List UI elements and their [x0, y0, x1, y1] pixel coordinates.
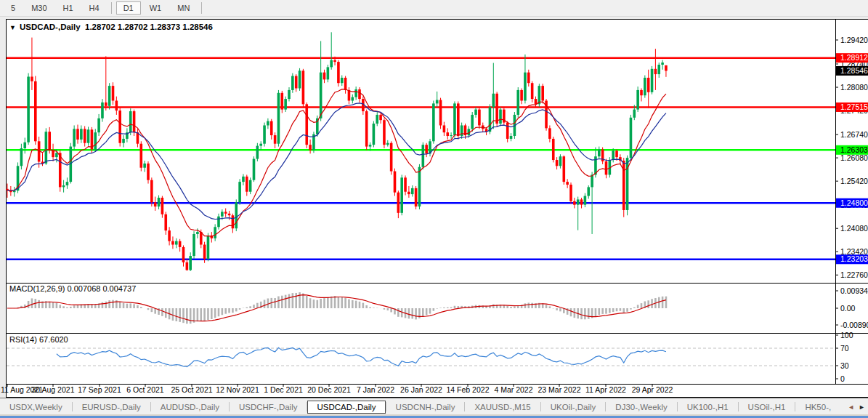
tab-scroll-left-icon[interactable]: ◄ [848, 403, 854, 411]
tab-scroll-arrows: ◄ ► [848, 403, 868, 411]
timeframe-m30[interactable]: M30 [24, 1, 54, 15]
svg-text:30: 30 [840, 361, 849, 370]
svg-text:6 Oct 2021: 6 Oct 2021 [126, 385, 164, 394]
macd-values: 0.007068 0.004737 [67, 284, 136, 293]
svg-text:70: 70 [840, 344, 849, 353]
price-badge: 1.27515 [836, 103, 868, 112]
timeframe-d1[interactable]: D1 [116, 1, 141, 15]
tab-xauusd-m15[interactable]: XAUUSD-,M15 [465, 401, 540, 414]
svg-text:0.00: 0.00 [840, 304, 856, 313]
timeframe-h4[interactable]: H4 [82, 1, 107, 15]
tab-uk100-h1[interactable]: UK100-,H1 [678, 401, 738, 414]
tab-hk50[interactable]: HK50-, [795, 401, 840, 414]
svg-text:20 Dec 2021: 20 Dec 2021 [307, 385, 351, 394]
tab-usdx-weekly[interactable]: USDX,Weekly [0, 401, 72, 414]
svg-text:1.28546: 1.28546 [840, 66, 868, 75]
chart-title: ▼USDCAD-,Daily 1.28702 1.28702 1.28373 1… [9, 23, 213, 31]
price-badge: 1.28912 [836, 53, 868, 63]
svg-text:1.28912: 1.28912 [840, 53, 868, 62]
chart-title-ohlc: 1.28702 1.28702 1.28373 1.28546 [85, 23, 213, 31]
chart-canvas[interactable]: 1.294201.287401.280801.274201.267401.260… [0, 0, 868, 418]
svg-text:30 Aug 2021: 30 Aug 2021 [32, 385, 75, 394]
price-badge: 1.24800 [836, 198, 868, 208]
timeframe-mn[interactable]: MN [170, 1, 197, 15]
tab-usdcnh-daily[interactable]: USDCNH-,Daily [386, 401, 465, 414]
svg-text:100: 100 [840, 331, 853, 339]
tab-usoil-h1[interactable]: USOil-,H1 [739, 401, 795, 414]
svg-text:1 Dec 2021: 1 Dec 2021 [264, 385, 303, 394]
svg-text:7 Jan 2022: 7 Jan 2022 [357, 385, 394, 394]
rsi-label: RSI(14) [9, 335, 37, 344]
svg-text:1.28080: 1.28080 [840, 83, 868, 92]
svg-text:23 Mar 2022: 23 Mar 2022 [538, 385, 581, 394]
tab-scroll-right-icon[interactable]: ► [859, 403, 865, 411]
chart-tabs-bar: USDX,WeeklyEURUSD-,DailyAUDUSD-,DailyUSD… [0, 398, 868, 415]
svg-text:1.25420: 1.25420 [840, 177, 868, 185]
svg-text:1.24080: 1.24080 [840, 224, 868, 233]
tab-usdcad-daily[interactable]: USDCAD-,Daily [307, 401, 385, 414]
chart-title-symbol: USDCAD-,Daily [20, 23, 81, 31]
svg-text:1.22760: 1.22760 [840, 270, 868, 279]
svg-text:1.29420: 1.29420 [840, 36, 868, 44]
svg-text:4 Mar 2022: 4 Mar 2022 [494, 385, 532, 394]
price-badge: 1.23203 [836, 254, 868, 264]
tab-audusd-daily[interactable]: AUDUSD-,Daily [151, 401, 229, 414]
tab-ukoil-daily[interactable]: UKOil-,Daily [541, 401, 606, 414]
svg-text:1.27515: 1.27515 [840, 103, 868, 111]
svg-text:26 Jan 2022: 26 Jan 2022 [400, 385, 442, 394]
tab-usdchf-daily[interactable]: USDCHF-,Daily [230, 401, 307, 414]
svg-text:1.26303: 1.26303 [840, 145, 868, 154]
svg-text:1.23203: 1.23203 [840, 254, 868, 263]
toolbar-separator [111, 2, 112, 14]
price-badge: 1.26303 [836, 145, 868, 155]
tab-dj30-weekly[interactable]: DJ30-,Weekly [606, 401, 676, 414]
svg-text:17 Sep 2021: 17 Sep 2021 [78, 385, 121, 394]
time-axis[interactable]: 11 Aug 202130 Aug 202117 Sep 20216 Oct 2… [1, 384, 673, 394]
svg-text:14 Feb 2022: 14 Feb 2022 [447, 385, 490, 394]
timeframe-w1[interactable]: W1 [142, 1, 169, 15]
svg-text:29 Apr 2022: 29 Apr 2022 [632, 385, 673, 394]
svg-text:-0.008902: -0.008902 [840, 321, 868, 329]
rsi-header: RSI(14) 67.6020 [9, 335, 68, 344]
svg-text:25 Oct 2021: 25 Oct 2021 [171, 385, 212, 394]
tab-eurusd-daily[interactable]: EURUSD-,Daily [73, 401, 150, 414]
svg-text:0.009345: 0.009345 [840, 286, 868, 295]
svg-text:1.24800: 1.24800 [840, 198, 868, 207]
timeframe-h1[interactable]: H1 [56, 1, 81, 15]
macd-header: MACD(12,26,9) 0.007068 0.004737 [9, 284, 136, 293]
toolbar-separator [201, 2, 202, 14]
timeframe-5[interactable]: 5 [4, 1, 23, 15]
svg-text:0: 0 [840, 374, 845, 383]
svg-text:1.26740: 1.26740 [840, 130, 868, 139]
svg-text:12 Nov 2021: 12 Nov 2021 [216, 385, 259, 394]
price-badge: 1.28546 [836, 66, 868, 76]
symbol-dropdown-icon[interactable]: ▼ [9, 24, 16, 31]
rsi-values: 67.6020 [39, 335, 68, 344]
timeframe-toolbar: 5M30H1H4D1W1MN [0, 0, 868, 17]
svg-text:11 Apr 2022: 11 Apr 2022 [585, 385, 626, 394]
macd-label: MACD(12,26,9) [9, 284, 65, 293]
